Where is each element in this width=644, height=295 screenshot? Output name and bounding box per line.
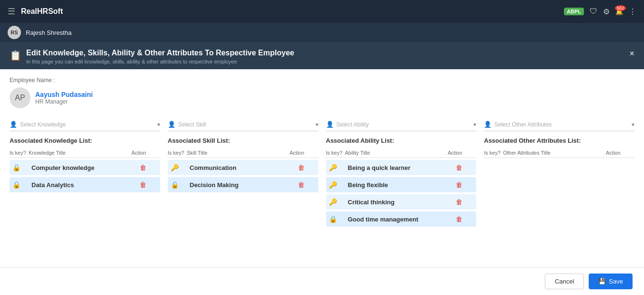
employee-name: Aayush Pudasaini	[35, 91, 93, 98]
delete-button[interactable]: 🗑	[287, 164, 316, 171]
employee-avatar: AP	[10, 87, 31, 108]
skill-select-text: Select Skill	[178, 121, 313, 128]
row-title: Computer knowledge	[31, 164, 129, 171]
delete-button[interactable]: 🗑	[287, 181, 316, 189]
sub-navigation: RS Rajesh Shrestha	[0, 23, 644, 42]
delete-button[interactable]: 🗑	[445, 215, 473, 223]
employee-role: HR Manager	[35, 98, 93, 105]
other-select[interactable]: 👤 Select Other Attributes ▾	[484, 118, 634, 131]
row-title: Communication	[190, 164, 287, 171]
other-col-title: Other Attributes Title	[503, 150, 606, 156]
other-col-iskey: Is key?	[484, 150, 503, 156]
table-row: 🔒 Data Analytics 🗑	[10, 177, 160, 192]
ability-column: 👤 Select Ability ▾ Associated Ability Li…	[326, 118, 477, 229]
row-title: Decision Making	[190, 181, 287, 189]
key-icon: 🔑	[329, 198, 348, 206]
modal-title: Edit Knowledge, Skills, Ability & Other …	[26, 49, 294, 57]
knowledge-list: 🔒 Computer knowledge 🗑 🔒 Data Analytics …	[10, 160, 160, 192]
key-icon: 🔑	[329, 164, 348, 171]
ability-col-title: Ability Title	[345, 150, 448, 156]
modal-body: Employee Name : AP Aayush Pudasaini HR M…	[0, 69, 644, 295]
company-badge: ABPL	[564, 8, 584, 15]
topnav-right: ABPL 🛡 ⚙ 🔔 562 ⋮	[564, 7, 636, 16]
table-row: 🔒 Computer knowledge 🗑	[10, 160, 160, 175]
delete-button[interactable]: 🗑	[445, 181, 473, 189]
key-icon: 🔒	[12, 181, 31, 189]
knowledge-col-iskey: Is key?	[10, 150, 29, 156]
key-icon: 🔑	[171, 164, 190, 171]
modal-subtitle: In this page you can edit knowledge, ski…	[26, 59, 294, 64]
modal-header-icon: 📋	[10, 50, 21, 61]
ability-select[interactable]: 👤 Select Ability ▾	[326, 118, 477, 131]
skill-list-header: Is key? Skill Title Action	[168, 148, 318, 158]
skill-select[interactable]: 👤 Select Skill ▾	[168, 118, 318, 131]
row-title: Critical thinking	[348, 199, 445, 206]
ability-select-arrow: ▾	[473, 121, 476, 128]
knowledge-select-text: Select Knowledge	[20, 121, 154, 128]
employee-info: AP Aayush Pudasaini HR Manager	[10, 87, 634, 108]
delete-button[interactable]: 🗑	[129, 181, 157, 189]
table-row: 🔑 Critical thinking 🗑	[326, 194, 477, 210]
knowledge-select[interactable]: 👤 Select Knowledge ▾	[10, 118, 160, 131]
row-title: Good time management	[348, 216, 445, 223]
employee-details: Aayush Pudasaini HR Manager	[35, 91, 93, 105]
user-avatar: RS	[8, 26, 21, 39]
table-row: 🔒 Decision Making 🗑	[168, 177, 318, 192]
row-title: Data Analytics	[31, 181, 129, 189]
delete-button[interactable]: 🗑	[129, 164, 157, 171]
save-label: Save	[609, 278, 623, 285]
knowledge-col-action: Action	[132, 150, 160, 156]
other-col-action: Action	[606, 150, 634, 156]
menu-icon[interactable]: ☰	[8, 6, 15, 17]
ability-list-title: Associated Ability List:	[326, 137, 477, 144]
skill-col-iskey: Is key?	[168, 150, 187, 156]
brand-name: RealHRSoft	[21, 7, 63, 16]
delete-button[interactable]: 🗑	[445, 164, 473, 171]
skill-column: 👤 Select Skill ▾ Associated Skill List: …	[168, 118, 318, 229]
other-select-text: Select Other Attributes	[494, 121, 629, 128]
knowledge-column: 👤 Select Knowledge ▾ Associated Knowledg…	[10, 118, 160, 229]
table-row: 🔑 Communication 🗑	[168, 160, 318, 175]
gear-icon[interactable]: ⚙	[603, 7, 610, 16]
notification-count: 562	[615, 5, 626, 11]
top-navigation: ☰ RealHRSoft ABPL 🛡 ⚙ 🔔 562 ⋮	[0, 0, 644, 23]
modal-header-text: Edit Knowledge, Skills, Ability & Other …	[26, 49, 294, 64]
save-button[interactable]: 💾 Save	[589, 274, 633, 289]
cancel-button[interactable]: Cancel	[545, 274, 584, 289]
table-row: 🔒 Good time management 🗑	[326, 211, 477, 227]
skill-select-arrow: ▾	[316, 121, 318, 128]
notification-bell[interactable]: 🔔 562	[615, 8, 623, 15]
skill-col-title: Skill Title	[187, 150, 290, 156]
table-row: 🔑 Being a quick learner 🗑	[326, 160, 477, 175]
table-row: 🔑 Being flexible 🗑	[326, 177, 477, 192]
ability-select-text: Select Ability	[337, 121, 471, 128]
ability-select-icon: 👤	[326, 121, 334, 128]
delete-button[interactable]: 🗑	[445, 198, 473, 206]
more-icon[interactable]: ⋮	[629, 7, 636, 16]
modal-header: 📋 Edit Knowledge, Skills, Ability & Othe…	[0, 42, 644, 69]
key-icon: 🔒	[329, 215, 348, 223]
other-list-header: Is key? Other Attributes Title Action	[484, 148, 634, 158]
user-name: Rajesh Shrestha	[26, 29, 72, 36]
topnav-left: ☰ RealHRSoft	[8, 6, 63, 17]
knowledge-list-title: Associated Knowledge List:	[10, 137, 160, 144]
other-list-title: Associated Other Attributes List:	[484, 137, 634, 144]
shield-icon[interactable]: 🛡	[590, 7, 597, 16]
knowledge-list-header: Is key? Knowledge Title Action	[10, 148, 160, 158]
knowledge-col-title: Knowledge Title	[29, 150, 132, 156]
skill-list: 🔑 Communication 🗑 🔒 Decision Making 🗑	[168, 160, 318, 192]
skill-list-title: Associated Skill List:	[168, 137, 318, 144]
modal-close-button[interactable]: ×	[629, 49, 634, 59]
other-column: 👤 Select Other Attributes ▾ Associated O…	[484, 118, 634, 229]
save-icon: 💾	[598, 278, 606, 285]
ability-list-header: Is key? Ability Title Action	[326, 148, 477, 158]
row-title: Being a quick learner	[348, 164, 445, 171]
modal-header-content: 📋 Edit Knowledge, Skills, Ability & Othe…	[10, 49, 294, 64]
modal-footer: Cancel 💾 Save	[0, 267, 644, 295]
skill-select-icon: 👤	[168, 121, 175, 128]
ability-col-action: Action	[448, 150, 476, 156]
key-icon: 🔑	[329, 181, 348, 189]
row-title: Being flexible	[348, 181, 445, 189]
columns-grid: 👤 Select Knowledge ▾ Associated Knowledg…	[10, 118, 634, 229]
key-icon: 🔒	[12, 164, 31, 171]
